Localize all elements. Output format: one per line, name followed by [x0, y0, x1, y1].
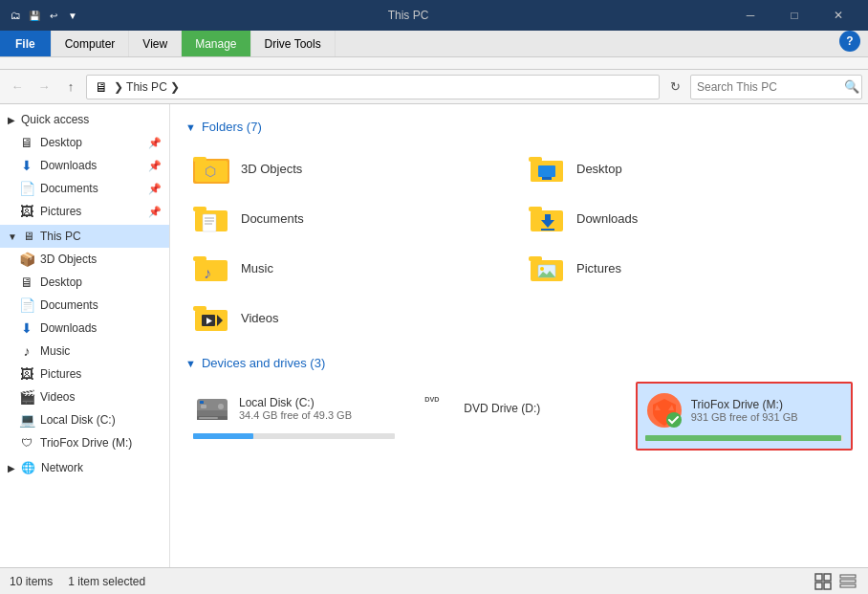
sidebar-item-pictures[interactable]: 🖼 Pictures [0, 363, 169, 385]
close-button[interactable]: ✕ [816, 0, 860, 31]
svg-rect-20 [195, 260, 228, 281]
device-dvd-header: DVD DVD Drive (D:) [418, 389, 540, 428]
search-box[interactable]: 🔍 [690, 75, 862, 99]
path-text: ❯ This PC ❯ [114, 80, 180, 94]
sidebar-item-desktop-qa[interactable]: 🖥 Desktop 📌 [0, 131, 169, 154]
sidebar-item-localdisk[interactable]: 💻 Local Disk (C:) [0, 408, 169, 431]
window-controls: ─ □ ✕ [728, 0, 860, 31]
folder-item-music[interactable]: ♪ Music [185, 245, 517, 291]
device-item-dvd[interactable]: DVD DVD Drive (D:) [410, 382, 627, 451]
sidebar-section-network: ▶ 🌐 Network [0, 456, 169, 479]
sidebar-network-header[interactable]: ▶ 🌐 Network [0, 456, 169, 479]
sidebar: ▶ Quick access 🖥 Desktop 📌 ⬇ Downloads 📌… [0, 104, 170, 567]
tab-drive-tools[interactable]: Drive Tools [251, 31, 336, 56]
refresh-button[interactable]: ↻ [663, 76, 686, 99]
sidebar-item-pictures-qa[interactable]: 🖼 Pictures 📌 [0, 200, 169, 223]
triofox-drive-icon [645, 391, 684, 429]
folder-documents-icon [193, 201, 231, 235]
svg-rect-40 [200, 401, 204, 404]
pin-icon-dl: 📌 [148, 160, 162, 172]
main-layout: ▶ Quick access 🖥 Desktop 📌 ⬇ Downloads 📌… [0, 104, 868, 567]
desktop2-icon: 🖥 [19, 275, 34, 290]
documents-label: Documents [40, 182, 98, 195]
folder-downloads-icon [529, 201, 567, 235]
folder-item-pictures[interactable]: Pictures [521, 245, 853, 291]
svg-rect-58 [840, 575, 856, 578]
device-localdisk-size: 34.4 GB free of 49.3 GB [239, 409, 352, 421]
desktop-label: Desktop [40, 136, 82, 149]
svg-point-38 [218, 404, 224, 409]
network-chevron-icon: ▶ [8, 463, 15, 473]
desktop2-label: Desktop [40, 275, 82, 289]
downloads-label: Downloads [40, 159, 97, 172]
maximize-button[interactable]: □ [772, 0, 816, 31]
folder-music-label: Music [241, 261, 273, 275]
svg-rect-39 [199, 417, 218, 419]
devices-grid: Local Disk (C:) 34.4 GB free of 49.3 GB [185, 382, 853, 451]
sidebar-item-triofox[interactable]: 🛡 TrioFox Drive (M:) [0, 431, 169, 454]
devices-arrow-icon: ▼ [185, 358, 196, 369]
folder-pictures-icon [529, 251, 567, 285]
back-button[interactable]: ← [6, 76, 29, 99]
folders-section-header[interactable]: ▼ Folders (7) [185, 120, 853, 134]
device-triofox-info: TrioFox Drive (M:) 931 GB free of 931 GB [691, 398, 798, 423]
folders-header-label: Folders (7) [202, 120, 262, 134]
documents-icon: 📄 [19, 181, 34, 196]
tab-view[interactable]: View [129, 31, 182, 56]
sidebar-item-3dobjects[interactable]: 📦 3D Objects [0, 248, 169, 271]
sidebar-quickaccess-header[interactable]: ▶ Quick access [0, 108, 169, 131]
device-triofox-header: TrioFox Drive (M:) 931 GB free of 931 GB [645, 391, 843, 429]
up-button[interactable]: ↑ [59, 76, 82, 99]
folder-videos-icon [193, 300, 231, 335]
grid-view-button[interactable] [813, 571, 834, 592]
localdisk-icon: 💻 [19, 412, 34, 428]
items-count-label: 10 items [10, 575, 53, 588]
main-window: 🗂 💾 ↩ ▼ This PC ─ □ ✕ File Computer View… [0, 0, 868, 594]
tab-file[interactable]: File [0, 31, 52, 56]
sidebar-item-documents-qa[interactable]: 📄 Documents 📌 [0, 177, 169, 200]
device-item-localdisk[interactable]: Local Disk (C:) 34.4 GB free of 49.3 GB [185, 382, 402, 451]
svg-rect-54 [815, 574, 822, 581]
device-triofox-progress-bg [645, 435, 843, 441]
sidebar-item-music[interactable]: ♪ Music [0, 340, 169, 363]
folder-item-desktop[interactable]: Desktop [521, 145, 853, 191]
triofox-label: TrioFox Drive (M:) [40, 436, 132, 450]
svg-text:♪: ♪ [204, 265, 211, 281]
sidebar-item-videos[interactable]: 🎬 Videos [0, 385, 169, 408]
dvd-drive-icon: DVD [418, 389, 456, 428]
svg-rect-21 [193, 256, 206, 261]
folder-item-documents[interactable]: Documents [185, 195, 517, 241]
tab-manage[interactable]: Manage [182, 31, 250, 56]
folder-item-downloads[interactable]: Downloads [521, 195, 853, 241]
sidebar-item-downloads-qa[interactable]: ⬇ Downloads 📌 [0, 154, 169, 177]
folder-item-3dobjects[interactable]: ⬡ 3D Objects [185, 145, 517, 191]
folder-videos-label: Videos [241, 311, 279, 325]
folder-downloads-label: Downloads [576, 211, 638, 226]
sidebar-item-downloads[interactable]: ⬇ Downloads [0, 317, 169, 340]
folder-music-icon: ♪ [193, 251, 231, 285]
sidebar-item-documents[interactable]: 📄 Documents [0, 294, 169, 317]
sidebar-thispc-header[interactable]: ▼ 🖥 This PC [0, 225, 169, 248]
svg-rect-59 [840, 580, 856, 583]
minimize-button[interactable]: ─ [728, 0, 772, 31]
search-input[interactable] [697, 80, 840, 94]
sidebar-section-thispc: ▼ 🖥 This PC 📦 3D Objects 🖥 Desktop 📄 Doc… [0, 225, 169, 454]
device-triofox-size: 931 GB free of 931 GB [691, 411, 798, 423]
svg-text:⬡: ⬡ [205, 164, 216, 179]
folder-item-videos[interactable]: Videos [185, 295, 517, 341]
device-triofox-name: TrioFox Drive (M:) [691, 398, 798, 411]
list-view-button[interactable] [837, 571, 858, 592]
localdisk-label: Local Disk (C:) [40, 413, 116, 427]
pin-icon-pic: 📌 [148, 206, 162, 218]
help-button[interactable]: ? [839, 31, 860, 52]
pictures2-icon: 🖼 [19, 366, 34, 382]
address-path[interactable]: 🖥 ❯ This PC ❯ [86, 75, 660, 99]
device-item-triofox[interactable]: TrioFox Drive (M:) 931 GB free of 931 GB [636, 382, 853, 451]
devices-section-header[interactable]: ▼ Devices and drives (3) [185, 356, 853, 370]
videos-label: Videos [40, 390, 75, 404]
sidebar-item-desktop[interactable]: 🖥 Desktop [0, 271, 169, 294]
videos-icon: 🎬 [19, 389, 34, 405]
folders-arrow-icon: ▼ [185, 121, 196, 133]
forward-button[interactable]: → [33, 76, 55, 99]
tab-computer[interactable]: Computer [52, 31, 130, 56]
